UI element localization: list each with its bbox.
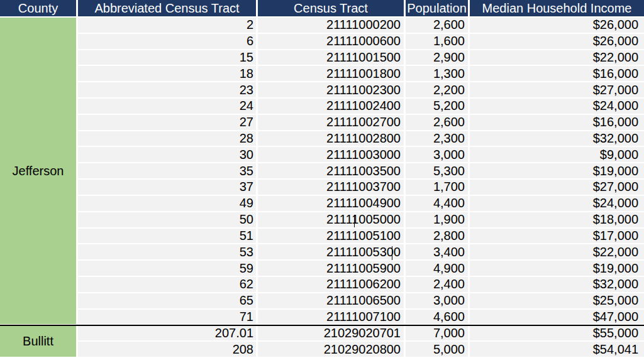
income-cell[interactable]: $54,041 (470, 342, 644, 358)
abbreviated-tract-cell[interactable]: 2 (78, 18, 258, 34)
census-tract-cell[interactable]: 21111003000 (258, 147, 406, 163)
header-cell-county[interactable]: County (0, 0, 78, 18)
population-cell[interactable]: 2,300 (406, 131, 470, 148)
income-cell[interactable]: $19,000 (470, 163, 644, 180)
census-tract-cell[interactable]: 21111002700 (258, 115, 406, 131)
abbreviated-tract-cell[interactable]: 50 (78, 212, 258, 229)
abbreviated-tract-cell[interactable]: 27 (78, 115, 258, 131)
census-tract-cell[interactable]: 21111006500 (258, 293, 406, 310)
text-cursor-artifact-2 (392, 246, 392, 260)
census-tract-cell[interactable]: 21111001500 (258, 50, 406, 67)
census-tract-cell[interactable]: 21111005000 (258, 212, 406, 229)
census-tract-cell[interactable]: 21029020701 (258, 325, 406, 342)
census-tract-cell[interactable]: 21029020800 (258, 342, 406, 358)
header-cell-census-tract[interactable]: Census Tract (258, 0, 406, 18)
abbreviated-tract-cell[interactable]: 208 (78, 342, 258, 358)
abbreviated-tract-cell[interactable]: 23 (78, 82, 258, 99)
abbreviated-tract-cell[interactable]: 18 (78, 66, 258, 82)
population-cell[interactable]: 4,900 (406, 261, 470, 277)
population-cell[interactable]: 1,900 (406, 212, 470, 229)
population-cell[interactable]: 2,400 (406, 277, 470, 293)
census-tract-cell[interactable]: 21111005900 (258, 261, 406, 277)
population-cell[interactable]: 2,600 (406, 18, 470, 34)
population-cell[interactable]: 1,600 (406, 34, 470, 50)
census-tract-cell[interactable]: 21111005300 (258, 244, 406, 261)
text-cursor-artifact (354, 215, 355, 227)
abbreviated-tract-cell[interactable]: 59 (78, 261, 258, 277)
income-cell[interactable]: $24,000 (470, 99, 644, 115)
county-divider-line (0, 325, 644, 326)
abbreviated-tract-cell[interactable]: 51 (78, 229, 258, 245)
census-tract-cell[interactable]: 21111002800 (258, 131, 406, 148)
income-cell[interactable]: $18,000 (470, 212, 644, 229)
income-cell[interactable]: $47,000 (470, 310, 644, 326)
income-cell[interactable]: $16,000 (470, 115, 644, 131)
income-cell[interactable]: $32,000 (470, 131, 644, 148)
population-cell[interactable]: 4,600 (406, 310, 470, 326)
population-cell[interactable]: 5,300 (406, 163, 470, 180)
income-cell[interactable]: $27,000 (470, 180, 644, 196)
population-cell[interactable]: 3,000 (406, 293, 470, 310)
census-tract-cell[interactable]: 21111000600 (258, 34, 406, 50)
population-cell[interactable]: 2,900 (406, 50, 470, 67)
abbreviated-tract-cell[interactable]: 71 (78, 310, 258, 326)
census-table: County Abbreviated Census Tract Census T… (0, 0, 644, 358)
abbreviated-tract-cell[interactable]: 15 (78, 50, 258, 67)
population-cell[interactable]: 5,200 (406, 99, 470, 115)
abbreviated-tract-cell[interactable]: 35 (78, 163, 258, 180)
population-cell[interactable]: 3,000 (406, 147, 470, 163)
abbreviated-tract-cell[interactable]: 49 (78, 196, 258, 212)
income-cell[interactable]: $26,000 (470, 34, 644, 50)
population-cell[interactable]: 1,300 (406, 66, 470, 82)
population-cell[interactable]: 3,400 (406, 244, 470, 261)
population-cell[interactable]: 2,200 (406, 82, 470, 99)
income-cell[interactable]: $16,000 (470, 66, 644, 82)
income-cell[interactable]: $17,000 (470, 229, 644, 245)
abbreviated-tract-cell[interactable]: 28 (78, 131, 258, 148)
population-cell[interactable]: 1,700 (406, 180, 470, 196)
income-cell[interactable]: $22,000 (470, 244, 644, 261)
income-cell[interactable]: $22,000 (470, 50, 644, 67)
population-cell[interactable]: 2,800 (406, 229, 470, 245)
income-cell[interactable]: $26,000 (470, 18, 644, 34)
population-cell[interactable]: 5,000 (406, 342, 470, 358)
header-cell-population[interactable]: Population (406, 0, 470, 18)
census-tract-cell[interactable]: 21111005100 (258, 229, 406, 245)
county-group-cell-jefferson[interactable]: Jefferson (0, 18, 78, 325)
census-tract-cell[interactable]: 21111007100 (258, 310, 406, 326)
abbreviated-tract-cell[interactable]: 62 (78, 277, 258, 293)
abbreviated-tract-cell[interactable]: 30 (78, 147, 258, 163)
census-tract-cell[interactable]: 21111002300 (258, 82, 406, 99)
income-cell[interactable]: $24,000 (470, 196, 644, 212)
census-tract-cell[interactable]: 21111004900 (258, 196, 406, 212)
abbreviated-tract-cell[interactable]: 65 (78, 293, 258, 310)
income-cell[interactable]: $32,000 (470, 277, 644, 293)
income-cell[interactable]: $25,000 (470, 293, 644, 310)
abbreviated-tract-cell[interactable]: 6 (78, 34, 258, 50)
county-group-cell-bullitt[interactable]: Bullitt (0, 325, 78, 358)
header-cell-median-household-income[interactable]: Median Household Income (470, 0, 644, 18)
population-cell[interactable]: 4,400 (406, 196, 470, 212)
income-cell[interactable]: $19,000 (470, 261, 644, 277)
census-tract-cell[interactable]: 21111003700 (258, 180, 406, 196)
census-tract-cell[interactable]: 21111003500 (258, 163, 406, 180)
census-tract-cell[interactable]: 21111006200 (258, 277, 406, 293)
population-cell[interactable]: 2,600 (406, 115, 470, 131)
abbreviated-tract-cell[interactable]: 24 (78, 99, 258, 115)
abbreviated-tract-cell[interactable]: 207.01 (78, 325, 258, 342)
abbreviated-tract-cell[interactable]: 53 (78, 244, 258, 261)
abbreviated-tract-cell[interactable]: 37 (78, 180, 258, 196)
census-tract-cell[interactable]: 21111000200 (258, 18, 406, 34)
header-cell-abbreviated-census-tract[interactable]: Abbreviated Census Tract (78, 0, 258, 18)
income-cell[interactable]: $55,000 (470, 325, 644, 342)
census-tract-cell[interactable]: 21111002400 (258, 99, 406, 115)
population-cell[interactable]: 7,000 (406, 325, 470, 342)
income-cell[interactable]: $27,000 (470, 82, 644, 99)
census-tract-cell[interactable]: 21111001800 (258, 66, 406, 82)
income-cell[interactable]: $9,000 (470, 147, 644, 163)
